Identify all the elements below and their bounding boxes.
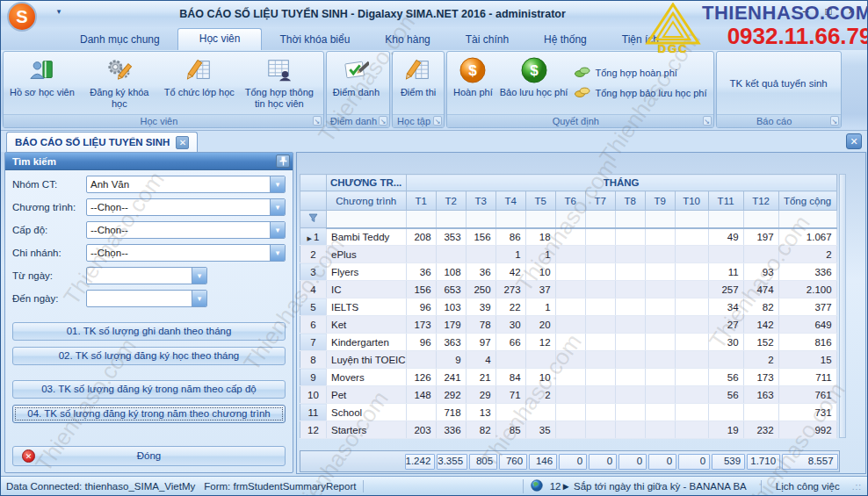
- report-button-2[interactable]: 02. TK số lượng đăng ký học theo tháng: [12, 347, 286, 365]
- row-number[interactable]: 12: [300, 421, 327, 439]
- month-cell[interactable]: [708, 404, 743, 421]
- month-cell[interactable]: [436, 246, 466, 263]
- month-cell[interactable]: 363: [436, 334, 466, 351]
- total-cell[interactable]: 711: [778, 369, 836, 386]
- program-cell[interactable]: Starters: [327, 421, 407, 439]
- month-cell[interactable]: [555, 386, 585, 404]
- chevron-down-icon[interactable]: ▾: [192, 291, 206, 306]
- month-cell[interactable]: [615, 246, 645, 263]
- column-header-0[interactable]: Chương trình: [327, 191, 407, 211]
- month-cell[interactable]: 173: [743, 369, 778, 386]
- dialog-launcher-icon[interactable]: ↘: [703, 116, 712, 126]
- month-cell[interactable]: 35: [525, 421, 555, 439]
- dialog-launcher-icon[interactable]: ↘: [433, 116, 442, 126]
- month-cell[interactable]: [555, 281, 585, 298]
- chevron-down-icon[interactable]: ▾: [270, 176, 285, 192]
- program-cell[interactable]: IC: [327, 281, 407, 298]
- menu-tab-2[interactable]: Thời khóa biểu: [262, 30, 367, 50]
- month-cell[interactable]: 173: [406, 316, 436, 334]
- minimize-icon[interactable]: –: [799, 4, 813, 18]
- document-close-icon[interactable]: ✕: [846, 133, 862, 149]
- ribbon-text-button-4[interactable]: TK kết quả tuyển sinh: [720, 54, 838, 112]
- combo-5[interactable]: ▾: [86, 290, 207, 307]
- month-cell[interactable]: 39: [466, 298, 495, 316]
- row-number[interactable]: 11: [300, 404, 327, 421]
- close-panel-button[interactable]: ✕ Đóng: [12, 446, 286, 466]
- month-cell[interactable]: 152: [743, 334, 778, 351]
- month-cell[interactable]: 86: [495, 228, 525, 246]
- menu-tab-5[interactable]: Hệ thống: [526, 30, 604, 50]
- column-header-10[interactable]: T10: [675, 191, 708, 211]
- vertical-scrollbar[interactable]: [839, 174, 846, 438]
- month-cell[interactable]: 27: [708, 316, 743, 334]
- month-cell[interactable]: 96: [406, 298, 436, 316]
- month-cell[interactable]: [675, 281, 708, 298]
- report-button-3[interactable]: 03. TK số lượng đăng ký trong năm theo c…: [12, 380, 286, 399]
- month-cell[interactable]: 97: [466, 334, 495, 351]
- month-cell[interactable]: 78: [466, 316, 495, 334]
- program-cell[interactable]: Ket: [327, 316, 407, 334]
- filter-cell[interactable]: [675, 211, 708, 228]
- document-tab[interactable]: BÁO CÁO SỐ LIỆU TUYỂN SINH ✕: [6, 132, 198, 152]
- month-cell[interactable]: 30: [495, 316, 525, 334]
- month-cell[interactable]: 336: [436, 421, 466, 439]
- month-cell[interactable]: [615, 228, 645, 246]
- total-cell[interactable]: 1.067: [778, 228, 836, 246]
- month-cell[interactable]: [675, 351, 708, 369]
- program-cell[interactable]: Flyers: [327, 263, 407, 281]
- month-cell[interactable]: [645, 228, 675, 246]
- month-cell[interactable]: [585, 386, 615, 404]
- total-cell[interactable]: 377: [778, 298, 836, 316]
- combo-3[interactable]: --Chọn--▾: [86, 244, 286, 262]
- column-header-9[interactable]: T9: [645, 191, 675, 211]
- column-header-2[interactable]: T2: [436, 191, 466, 211]
- month-cell[interactable]: [555, 246, 585, 263]
- menu-tab-1[interactable]: Học viên: [177, 28, 263, 50]
- month-cell[interactable]: [675, 298, 708, 316]
- month-cell[interactable]: 156: [466, 228, 495, 246]
- column-header-12[interactable]: T12: [743, 191, 778, 211]
- total-cell[interactable]: 2.100: [778, 281, 836, 298]
- total-cell[interactable]: 731: [778, 404, 836, 421]
- month-cell[interactable]: [585, 228, 615, 246]
- month-cell[interactable]: [555, 351, 585, 369]
- month-cell[interactable]: 84: [495, 369, 525, 386]
- month-cell[interactable]: [615, 404, 645, 421]
- column-header-6[interactable]: T6: [555, 191, 585, 211]
- dialog-launcher-icon[interactable]: ↘: [379, 116, 387, 126]
- month-cell[interactable]: 1: [525, 298, 555, 316]
- month-cell[interactable]: 148: [406, 386, 436, 404]
- ribbon-button-1-0[interactable]: Điểm danh: [329, 54, 383, 112]
- month-cell[interactable]: 10: [525, 369, 555, 386]
- month-cell[interactable]: 93: [743, 263, 778, 281]
- month-cell[interactable]: [585, 334, 615, 351]
- chevron-down-icon[interactable]: ▾: [270, 245, 285, 261]
- month-cell[interactable]: 4: [466, 351, 495, 369]
- row-number[interactable]: 2: [300, 246, 327, 263]
- filter-cell[interactable]: [327, 211, 407, 228]
- month-cell[interactable]: 82: [743, 298, 778, 316]
- month-cell[interactable]: [645, 298, 675, 316]
- combo-1[interactable]: --Chọn--▾: [86, 198, 286, 216]
- month-cell[interactable]: 12: [525, 334, 555, 351]
- month-cell[interactable]: [615, 386, 645, 404]
- month-cell[interactable]: [585, 351, 615, 369]
- month-cell[interactable]: [555, 263, 585, 281]
- month-cell[interactable]: 353: [436, 228, 466, 246]
- month-cell[interactable]: [675, 421, 708, 439]
- ribbon-button-0-3[interactable]: Tổng hợp thông tin học viên: [238, 54, 321, 112]
- program-cell[interactable]: IELTS: [327, 298, 407, 316]
- row-number[interactable]: 8: [300, 351, 327, 369]
- program-cell[interactable]: Movers: [327, 369, 407, 386]
- combo-4[interactable]: ▾: [86, 267, 207, 284]
- month-cell[interactable]: 2: [743, 351, 778, 369]
- filter-cell[interactable]: [406, 211, 436, 228]
- column-header-8[interactable]: T8: [615, 191, 645, 211]
- month-cell[interactable]: 36: [406, 263, 436, 281]
- resize-grip-icon[interactable]: .::: [852, 482, 862, 492]
- month-cell[interactable]: 208: [406, 228, 436, 246]
- month-cell[interactable]: 126: [406, 369, 436, 386]
- filter-row-header[interactable]: [300, 211, 327, 228]
- month-cell[interactable]: 257: [708, 281, 743, 298]
- month-cell[interactable]: 273: [495, 281, 525, 298]
